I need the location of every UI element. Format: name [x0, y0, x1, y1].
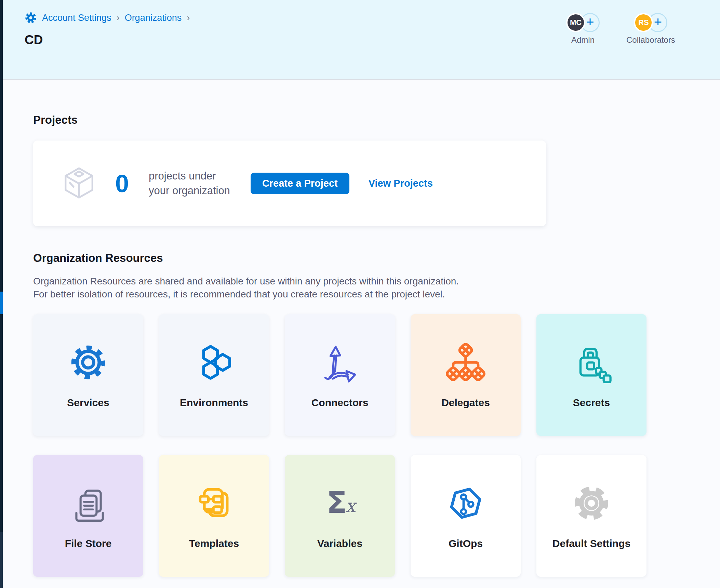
cube-icon — [60, 164, 98, 203]
resource-card-default-settings[interactable]: Default Settings — [536, 455, 646, 577]
resource-card-connectors[interactable]: Connectors — [285, 314, 395, 436]
view-projects-link[interactable]: View Projects — [369, 178, 433, 189]
delegates-nodes-icon — [445, 342, 486, 383]
resources-description: Organization Resources are shared and av… — [33, 275, 459, 301]
connectors-arrows-icon — [319, 342, 361, 383]
page-title: CD — [25, 33, 43, 47]
chevron-right-icon: › — [187, 13, 190, 23]
settings-gear-icon — [25, 12, 37, 24]
resource-card-templates[interactable]: Templates — [159, 455, 269, 577]
resource-card-variables[interactable]: Variables — [285, 455, 395, 577]
admin-group: MC Admin — [566, 13, 600, 45]
resource-card-environments[interactable]: Environments — [159, 314, 269, 436]
gitops-branch-icon — [445, 482, 486, 524]
resource-card-gitops[interactable]: GitOps — [411, 455, 521, 577]
resources-heading: Organization Resources — [33, 252, 163, 265]
resource-card-secrets[interactable]: Secrets — [536, 314, 646, 436]
collaborators-label: Collaborators — [626, 35, 675, 45]
resources-description-line-2: For better isolation of resources, it is… — [33, 289, 445, 299]
page-header: Account Settings › Organizations › CD MC… — [3, 0, 720, 80]
resource-card-delegates[interactable]: Delegates — [411, 314, 521, 436]
caption-line-2: your organization — [149, 185, 230, 197]
project-count: 0 — [115, 170, 129, 198]
projects-heading: Projects — [33, 113, 78, 126]
chevron-right-icon: › — [117, 13, 120, 23]
environments-hexagons-icon — [193, 342, 235, 383]
templates-icon — [193, 482, 235, 524]
collaborators-group: RS Collaborators — [626, 13, 675, 45]
breadcrumb: Account Settings › Organizations › — [25, 12, 190, 24]
breadcrumb-organizations[interactable]: Organizations — [125, 13, 182, 23]
variables-sigma-icon — [319, 482, 361, 524]
secrets-lock-icon — [571, 342, 612, 383]
resources-grid: Services Environments Connectors Delegat… — [33, 314, 646, 577]
admin-avatar[interactable]: MC — [566, 13, 585, 32]
resource-card-services[interactable]: Services — [33, 314, 143, 436]
sidebar-bottom-segment — [0, 532, 3, 588]
admin-label: Admin — [571, 35, 595, 45]
projects-summary-card: 0 projects under your organization Creat… — [33, 141, 546, 226]
breadcrumb-account-settings[interactable]: Account Settings — [42, 13, 111, 23]
create-project-button[interactable]: Create a Project — [251, 173, 349, 194]
file-store-icon — [67, 482, 109, 524]
sidebar-active-indicator — [0, 292, 3, 314]
caption-line-1: projects under — [149, 170, 216, 182]
resources-description-line-1: Organization Resources are shared and av… — [33, 276, 459, 286]
collapsed-sidebar[interactable] — [0, 0, 3, 588]
resource-card-file-store[interactable]: File Store — [33, 455, 143, 577]
collaborator-avatar[interactable]: RS — [634, 13, 653, 32]
default-settings-gear-icon — [571, 482, 612, 524]
services-gear-icon — [67, 342, 109, 383]
project-count-caption: projects under your organization — [149, 169, 230, 198]
